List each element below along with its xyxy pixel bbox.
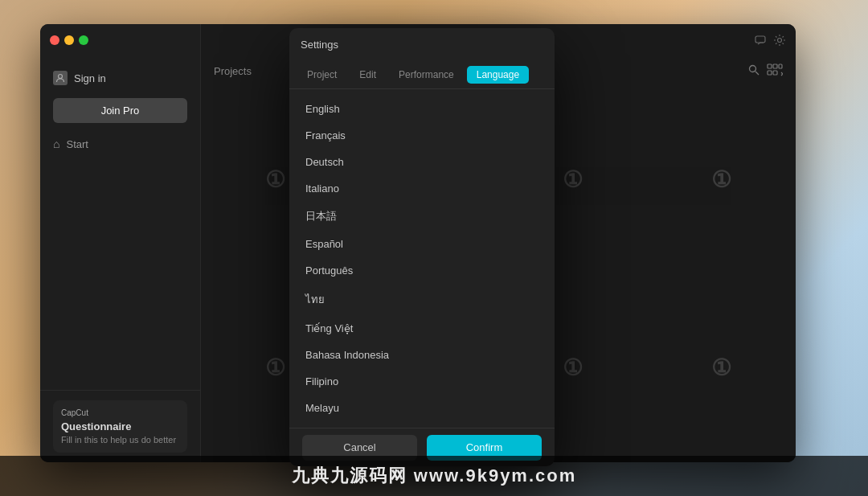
language-label: Bahasa Indonesia: [305, 349, 389, 361]
language-label: Português: [305, 264, 353, 277]
traffic-light-green[interactable]: [79, 35, 88, 45]
language-item-vi[interactable]: Tiếng Việt: [289, 315, 555, 342]
wm-4: ①: [647, 85, 796, 274]
wm-8: ①: [647, 274, 796, 463]
svg-rect-1: [755, 36, 765, 43]
settings-titlebar: Settings: [289, 28, 555, 60]
language-item-pt[interactable]: Português: [289, 257, 555, 284]
sidebar-titlebar: [40, 24, 200, 56]
language-item-fr[interactable]: Français: [289, 122, 555, 149]
search-button[interactable]: [747, 64, 760, 79]
questionnaire-card[interactable]: CapCut Questionnaire Fill in this to hel…: [53, 400, 187, 453]
sidebar-content: Sign in Join Pro ⌂ Start: [40, 56, 200, 390]
sidebar-bottom: CapCut Questionnaire Fill in this to hel…: [40, 390, 200, 462]
language-item-ms[interactable]: Melayu: [289, 395, 555, 421]
svg-rect-7: [779, 64, 782, 68]
language-label: Deutsch: [305, 156, 344, 168]
sign-in-label: Sign in: [74, 72, 106, 84]
svg-point-0: [59, 75, 63, 79]
svg-rect-6: [773, 64, 777, 68]
view-toggle-button[interactable]: [767, 64, 783, 79]
language-label: 日本語: [305, 209, 337, 223]
questionnaire-subtitle: Fill in this to help us do better: [61, 435, 179, 445]
svg-point-2: [778, 39, 782, 43]
sidebar: Sign in Join Pro ⌂ Start CapCut Question…: [40, 24, 201, 462]
language-label: Filipino: [305, 375, 338, 387]
language-list[interactable]: EnglishFrançaisDeutschItaliano日本語Español…: [289, 89, 555, 428]
language-label: English: [305, 103, 340, 115]
language-item-it[interactable]: Italiano: [289, 175, 555, 202]
projects-label: Projects: [214, 65, 252, 77]
settings-icon[interactable]: [773, 34, 786, 47]
language-label: Español: [305, 238, 343, 250]
sidebar-item-start[interactable]: ⌂ Start: [40, 131, 200, 157]
questionnaire-title: Questionnaire: [61, 420, 179, 432]
traffic-light-red[interactable]: [50, 35, 59, 45]
language-label: Français: [305, 129, 346, 141]
settings-title: Settings: [301, 39, 338, 51]
language-item-es[interactable]: Español: [289, 231, 555, 257]
language-item-ja[interactable]: 日本語: [289, 202, 555, 231]
bottom-watermark-text: 九典九源码网 www.9k9ym.com: [292, 464, 577, 488]
settings-dialog: Settings Project Edit Performance Langua…: [289, 28, 555, 466]
sign-in-row[interactable]: Sign in: [40, 66, 200, 90]
tab-project[interactable]: Project: [297, 66, 346, 84]
language-label: Tiếng Việt: [305, 322, 353, 334]
language-label: Italiano: [305, 182, 339, 195]
language-label: Melayu: [305, 402, 339, 414]
language-item-id[interactable]: Bahasa Indonesia: [289, 342, 555, 368]
join-pro-button[interactable]: Join Pro: [53, 98, 187, 123]
chat-icon[interactable]: [754, 34, 767, 47]
language-item-ko[interactable]: 한국인: [289, 421, 555, 428]
tab-performance[interactable]: Performance: [389, 66, 464, 84]
svg-rect-9: [773, 71, 777, 75]
user-icon: [53, 71, 68, 85]
svg-rect-5: [768, 64, 772, 68]
language-item-en[interactable]: English: [289, 96, 555, 122]
tab-language[interactable]: Language: [467, 66, 529, 84]
language-item-de[interactable]: Deutsch: [289, 149, 555, 175]
toolbar-right: [747, 64, 783, 79]
language-item-th[interactable]: ไทย: [289, 284, 555, 315]
bottom-watermark-bar: 九典九源码网 www.9k9ym.com: [0, 456, 868, 496]
language-item-fil[interactable]: Filipino: [289, 368, 555, 395]
start-label: Start: [66, 138, 88, 150]
svg-rect-8: [768, 71, 772, 75]
language-label: ไทย: [305, 291, 325, 308]
tab-edit[interactable]: Edit: [350, 66, 386, 84]
capcut-logo: CapCut: [61, 408, 179, 417]
traffic-light-yellow[interactable]: [64, 35, 74, 45]
settings-tabs: Project Edit Performance Language: [289, 60, 555, 89]
svg-point-3: [750, 65, 756, 72]
svg-line-4: [755, 72, 759, 75]
home-icon: ⌂: [53, 137, 59, 150]
